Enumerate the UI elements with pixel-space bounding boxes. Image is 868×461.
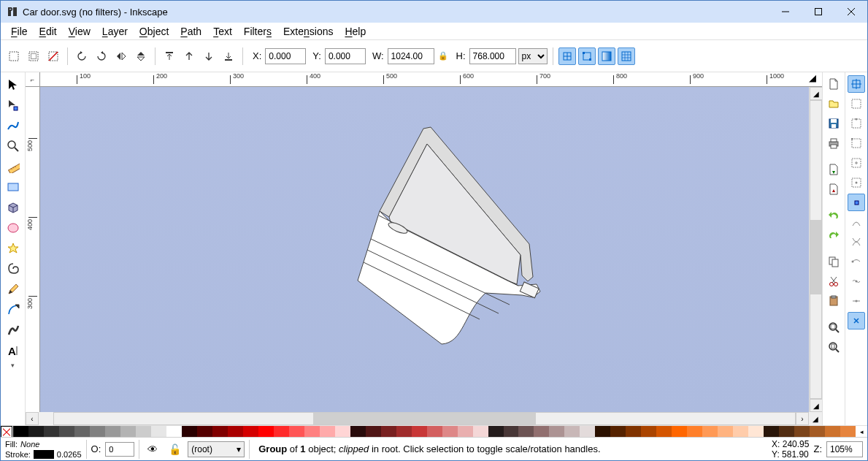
- color-swatch[interactable]: [212, 426, 228, 437]
- color-swatch[interactable]: [182, 426, 197, 437]
- color-swatch[interactable]: [44, 426, 59, 437]
- menu-filters[interactable]: Filters: [238, 24, 277, 39]
- scroll-corner-icon[interactable]: ◢: [809, 412, 822, 425]
- zoom-fit-button[interactable]: [825, 319, 842, 336]
- menu-object[interactable]: Object: [134, 24, 174, 39]
- color-swatch[interactable]: [488, 426, 504, 437]
- menu-text[interactable]: Text: [207, 24, 238, 39]
- color-swatch[interactable]: [518, 426, 534, 437]
- h-input[interactable]: [469, 48, 516, 64]
- cut-button[interactable]: [825, 273, 842, 290]
- select-all-button[interactable]: [5, 47, 23, 65]
- color-swatch[interactable]: [289, 426, 304, 437]
- color-swatch[interactable]: [90, 426, 105, 437]
- ruler-origin[interactable]: ⌐: [26, 72, 40, 87]
- zoom-tool[interactable]: [4, 137, 23, 156]
- scroll-h-thumb[interactable]: [313, 413, 536, 424]
- color-swatch[interactable]: [702, 426, 718, 437]
- layer-visibility-button[interactable]: 👁: [144, 441, 161, 458]
- menu-file[interactable]: File: [5, 24, 34, 39]
- color-swatch[interactable]: [304, 426, 320, 437]
- select-layer-button[interactable]: [25, 47, 42, 65]
- units-select[interactable]: px: [518, 48, 548, 64]
- color-swatch[interactable]: [366, 426, 381, 437]
- snap-intersection-button[interactable]: [848, 233, 865, 251]
- color-swatch[interactable]: [794, 426, 810, 437]
- raise-top-button[interactable]: [161, 47, 178, 65]
- move-scale-stroke-button[interactable]: [558, 47, 576, 65]
- canvas[interactable]: [40, 87, 809, 412]
- scroll-down-button[interactable]: ◢: [810, 399, 823, 412]
- cube-tool[interactable]: [4, 198, 23, 217]
- menu-view[interactable]: View: [63, 24, 96, 39]
- color-swatch[interactable]: [59, 426, 74, 437]
- flip-h-button[interactable]: [112, 47, 130, 65]
- zoom-page-button[interactable]: [825, 338, 842, 356]
- color-swatch[interactable]: [320, 426, 335, 437]
- color-swatch[interactable]: [136, 426, 151, 437]
- snap-bbox-center-button[interactable]: [848, 174, 865, 191]
- w-input[interactable]: [388, 48, 434, 64]
- x-input[interactable]: [265, 48, 306, 64]
- color-swatch[interactable]: [166, 426, 182, 437]
- color-swatch[interactable]: [840, 426, 856, 437]
- paste-button[interactable]: [825, 292, 842, 310]
- snap-path-button[interactable]: [848, 213, 865, 231]
- rotate-cw-button[interactable]: [93, 47, 110, 65]
- save-button[interactable]: [825, 115, 842, 132]
- color-swatch[interactable]: [120, 426, 136, 437]
- pencil-tool[interactable]: [4, 280, 23, 299]
- ellipse-tool[interactable]: [4, 218, 23, 237]
- color-swatch[interactable]: [672, 426, 687, 437]
- color-swatch[interactable]: [243, 426, 258, 437]
- color-swatch[interactable]: [549, 426, 564, 437]
- color-swatch[interactable]: [534, 426, 549, 437]
- color-swatch[interactable]: [28, 426, 44, 437]
- fill-stroke-indicator[interactable]: Fill: None Stroke: 0.0265: [5, 439, 82, 460]
- minimize-button[interactable]: [769, 1, 802, 23]
- color-swatch[interactable]: [733, 426, 748, 437]
- fill-value[interactable]: None: [20, 439, 39, 449]
- scrollbar-horizontal[interactable]: ‹ › ◢: [26, 412, 822, 425]
- move-gradients-button[interactable]: [598, 47, 615, 65]
- copy-button[interactable]: [825, 253, 842, 270]
- open-button[interactable]: [825, 95, 842, 113]
- color-swatch[interactable]: [228, 426, 243, 437]
- redo-button[interactable]: [825, 226, 842, 244]
- color-swatch[interactable]: [748, 426, 764, 437]
- deselect-button[interactable]: [45, 47, 62, 65]
- color-swatch[interactable]: [381, 426, 396, 437]
- color-swatch[interactable]: [427, 426, 442, 437]
- zoom-input[interactable]: [826, 441, 863, 457]
- color-swatch[interactable]: [105, 426, 120, 437]
- color-swatch[interactable]: [396, 426, 412, 437]
- selector-tool[interactable]: [4, 75, 23, 94]
- node-tool[interactable]: [4, 96, 23, 115]
- close-button[interactable]: [834, 1, 867, 23]
- color-swatch[interactable]: [810, 426, 825, 437]
- snap-enable-button[interactable]: [848, 75, 865, 93]
- color-swatch[interactable]: [350, 426, 366, 437]
- move-patterns-button[interactable]: [618, 47, 635, 65]
- scroll-v-thumb[interactable]: [810, 220, 821, 294]
- snap-nodes-button[interactable]: [848, 194, 865, 211]
- raise-button[interactable]: [180, 47, 198, 65]
- snap-cusp-button[interactable]: [848, 253, 865, 270]
- stroke-width-value[interactable]: 0.0265: [57, 449, 82, 460]
- lower-bottom-button[interactable]: [220, 47, 237, 65]
- scale-corners-button[interactable]: [578, 47, 596, 65]
- scroll-left-button[interactable]: ‹: [26, 412, 39, 425]
- color-swatch[interactable]: [610, 426, 626, 437]
- snap-bbox-corner-button[interactable]: [848, 134, 865, 152]
- measure-tool[interactable]: [4, 157, 23, 176]
- layer-select[interactable]: (root)▾: [188, 441, 245, 457]
- color-swatch[interactable]: [151, 426, 166, 437]
- export-button[interactable]: [825, 180, 842, 198]
- scroll-right-button[interactable]: ›: [796, 412, 809, 425]
- color-swatch[interactable]: [641, 426, 656, 437]
- snap-midpoint-button[interactable]: [848, 292, 865, 310]
- y-input[interactable]: [325, 48, 366, 64]
- color-swatch[interactable]: [687, 426, 702, 437]
- import-button[interactable]: [825, 161, 842, 178]
- lower-button[interactable]: [200, 47, 218, 65]
